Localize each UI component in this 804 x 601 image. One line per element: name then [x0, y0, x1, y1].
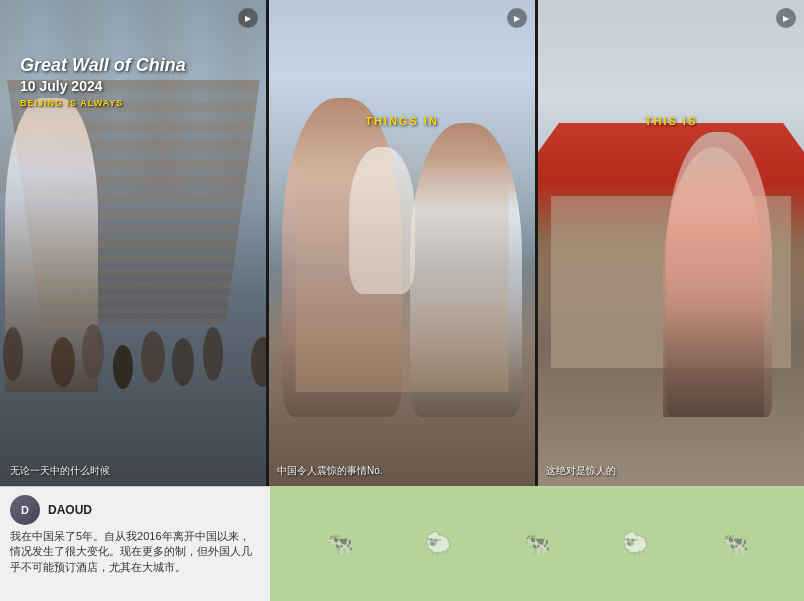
video-1-title: Great Wall of China [20, 55, 186, 77]
main-container: Great Wall of China 10 July 2024 BEIJING… [0, 0, 804, 601]
commenter-row: D DAOUD [10, 495, 260, 525]
video-1-date: 10 July 2024 [20, 78, 103, 94]
video-play-icon-2[interactable]: ▶ [507, 8, 527, 28]
video-card-3[interactable]: THIS IS 这绝对是惊人的 ▶ [538, 0, 804, 490]
animal-icon-1: 🐄 [326, 531, 353, 557]
video-play-icon-1[interactable]: ▶ [238, 8, 258, 28]
animal-icon-5: 🐄 [721, 531, 748, 557]
comment-area: D DAOUD 我在中国呆了5年。自从我2016年离开中国以来，情况发生了很大变… [0, 486, 270, 601]
video-3-bottom-text: 这绝对是惊人的 [546, 464, 799, 478]
video-card-2[interactable]: THINGS IN 中国令人震惊的事情No. ▶ [269, 0, 535, 490]
people-overlay [0, 172, 266, 393]
video-1-subtitle: BEIJING IS ALWAYS [20, 98, 123, 108]
animal-icon-3: 🐄 [523, 531, 550, 557]
video-card-1[interactable]: Great Wall of China 10 July 2024 BEIJING… [0, 0, 266, 490]
videos-row: Great Wall of China 10 July 2024 BEIJING… [0, 0, 804, 490]
video-2-overlay-text: THINGS IN [269, 115, 535, 127]
animal-icon-2: 🐑 [425, 531, 452, 557]
comment-text: 我在中国呆了5年。自从我2016年离开中国以来，情况发生了很大变化。现在更多的制… [10, 529, 260, 575]
animals-row: 🐄 🐑 🐄 🐑 🐄 [270, 486, 804, 601]
animal-icon-4: 🐑 [622, 531, 649, 557]
avatar: D [10, 495, 40, 525]
video-1-bottom-text: 无论一天中的什么时候 [10, 464, 261, 478]
v2-people-bg [296, 123, 509, 393]
video-2-bottom-text: 中国令人震惊的事情No. [277, 464, 530, 478]
commenter-name: DAOUD [48, 503, 92, 517]
video-play-icon-3[interactable]: ▶ [776, 8, 796, 28]
video-3-overlay-text: THIS IS [538, 115, 804, 127]
v3-person-overlay [663, 147, 764, 417]
